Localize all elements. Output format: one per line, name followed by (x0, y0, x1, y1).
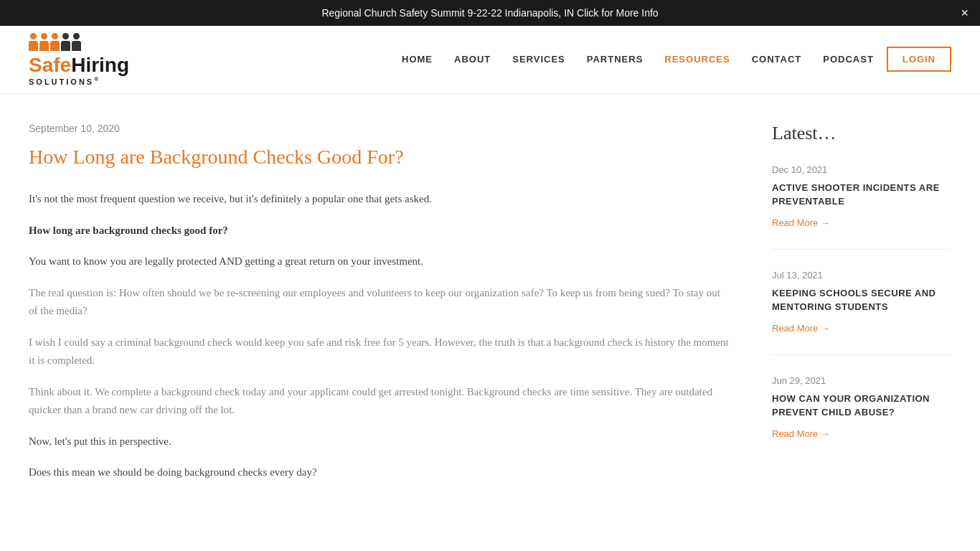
sidebar-post-date: Jun 29, 2021 (772, 375, 951, 386)
sidebar-read-more-link[interactable]: Read More → (772, 217, 830, 228)
article-body: It's not the most frequent question we r… (29, 190, 729, 482)
login-button[interactable]: LOGIN (887, 47, 951, 72)
announcement-text: Regional Church Safety Summit 9-22-22 In… (321, 7, 658, 19)
nav-about[interactable]: ABOUT (446, 48, 499, 70)
main-content: September 10, 2020 How Long are Backgrou… (29, 123, 729, 495)
nav-services[interactable]: SERVICES (504, 48, 574, 70)
sidebar-post: Dec 10, 2021ACTIVE SHOOTER INCIDENTS ARE… (772, 164, 951, 250)
logo-text: SafeHiring SOLUTIONS® (29, 55, 129, 86)
logo-safe: Safe (29, 54, 71, 76)
logo-hiring: Hiring (71, 54, 129, 76)
nav: HOME ABOUT SERVICES PARTNERS RESOURCES C… (393, 47, 951, 72)
sidebar-read-more-link[interactable]: Read More → (772, 428, 830, 439)
logo-icon-row (29, 33, 81, 54)
article-title: How Long are Background Checks Good For? (29, 144, 729, 170)
nav-podcast[interactable]: PODCAST (814, 48, 882, 70)
nav-home[interactable]: HOME (393, 48, 441, 70)
nav-resources[interactable]: RESOURCES (656, 48, 738, 70)
article-date: September 10, 2020 (29, 123, 729, 134)
article-paragraph: Now, let's put this in perspective. (29, 433, 729, 451)
sidebar-post-date: Dec 10, 2021 (772, 164, 951, 175)
article-paragraph: Does this mean we should be doing backgr… (29, 463, 729, 482)
article-paragraph: It's not the most frequent question we r… (29, 190, 729, 209)
sidebar-post-title: HOW CAN YOUR ORGANIZATION PREVENT CHILD … (772, 392, 951, 420)
sidebar-post-title: ACTIVE SHOOTER INCIDENTS ARE PREVENTABLE (772, 181, 951, 209)
article-paragraph: Think about it. We complete a background… (29, 383, 729, 420)
sidebar-post: Jun 29, 2021HOW CAN YOUR ORGANIZATION PR… (772, 375, 951, 460)
article-paragraph: You want to know you are legally protect… (29, 253, 729, 271)
logo[interactable]: SafeHiring SOLUTIONS® (29, 33, 129, 86)
article-paragraph: The real question is: How often should w… (29, 284, 729, 321)
nav-partners[interactable]: PARTNERS (578, 48, 652, 70)
sidebar-read-more-link[interactable]: Read More → (772, 323, 830, 334)
header: SafeHiring SOLUTIONS® HOME ABOUT SERVICE… (0, 26, 980, 94)
page-layout: September 10, 2020 How Long are Backgrou… (0, 94, 980, 524)
announcement-bar: Regional Church Safety Summit 9-22-22 In… (0, 0, 980, 26)
sidebar-post-date: Jul 13, 2021 (772, 270, 951, 281)
sidebar-post: Jul 13, 2021KEEPING SCHOOLS SECURE AND M… (772, 270, 951, 355)
nav-contact[interactable]: CONTACT (743, 48, 811, 70)
logo-sub: SOLUTIONS (29, 77, 94, 86)
article-paragraph: How long are background checks good for? (29, 222, 729, 240)
logo-registered: ® (94, 76, 100, 83)
sidebar-post-title: KEEPING SCHOOLS SECURE AND MENTORING STU… (772, 286, 951, 314)
article-paragraph: I wish I could say a criminal background… (29, 334, 729, 370)
sidebar-title: Latest… (772, 123, 951, 144)
close-announcement-button[interactable]: × (961, 6, 969, 19)
sidebar: Latest… Dec 10, 2021ACTIVE SHOOTER INCID… (772, 123, 951, 495)
